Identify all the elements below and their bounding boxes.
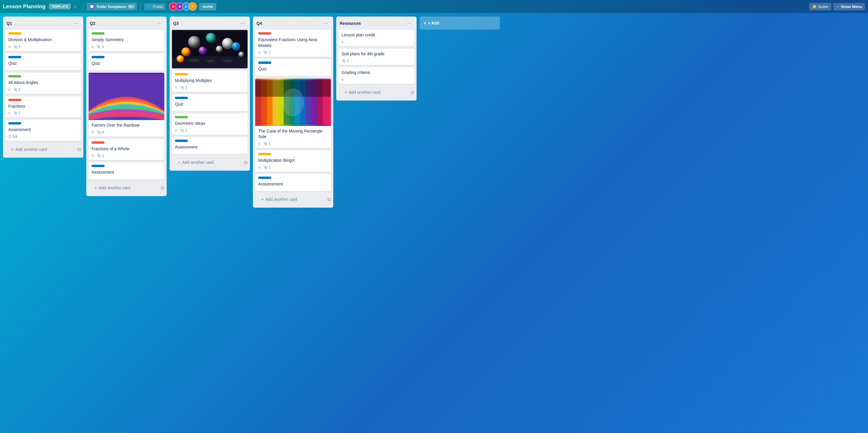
- add-column-label: + Add: [428, 21, 439, 25]
- card-assessment-q3[interactable]: Assessment: [172, 137, 248, 154]
- card-title: Equivalent Fractions Using Area Models: [258, 37, 328, 49]
- members-avatars[interactable]: A B C D: [169, 2, 197, 11]
- card-quiz-q2[interactable]: Quiz: [89, 54, 164, 71]
- card-equiv-fractions[interactable]: Equivalent Fractions Using Area Models ≡…: [255, 30, 331, 57]
- attachment-item: 📎1: [13, 111, 21, 115]
- plus-icon: +: [95, 185, 97, 190]
- column-menu-button-q2[interactable]: ···: [156, 20, 163, 27]
- card-all-angles[interactable]: All About Angles ≡ 📎1: [5, 73, 81, 94]
- add-card-button-q3[interactable]: + Add another card: [174, 157, 242, 167]
- card-title: Asssessment: [258, 181, 328, 187]
- card-fractions-whole[interactable]: Fractions of a Whole ≡ 📎1: [89, 139, 164, 160]
- attachment-count: 1: [185, 85, 187, 90]
- card-title: Division & Multiplication: [8, 37, 78, 43]
- attachment-icon: 📎: [13, 45, 18, 49]
- add-card-button-resources[interactable]: + Add another card: [341, 88, 408, 97]
- card-title: Sub plans for 4th grade: [342, 51, 411, 57]
- card-assessment-q2[interactable]: Assessment: [89, 163, 164, 179]
- card-title: Fractions of a Whole: [92, 146, 161, 152]
- archive-icon-q1[interactable]: ⊡: [78, 147, 81, 152]
- board: Q1 ··· Division & Multiplication ≡ 📎1 Qu…: [0, 13, 868, 433]
- svg-point-10: [239, 52, 245, 58]
- card-sub-plans[interactable]: Sub plans for 4th grade 📎1: [339, 49, 414, 65]
- attachment-count: 1: [185, 128, 187, 133]
- avatar[interactable]: D: [188, 2, 197, 11]
- template-badge: TEMPLATE: [49, 4, 70, 9]
- cards-q3: Multiplying Multiples ≡ 📎1 Quiz Geometri…: [169, 29, 250, 155]
- archive-icon-q4[interactable]: ⊡: [327, 197, 331, 202]
- workspace-name: Trello Templates: [96, 4, 126, 9]
- add-column-button[interactable]: + + Add: [420, 17, 500, 30]
- column-menu-button-q1[interactable]: ···: [72, 20, 80, 27]
- card-factors-rainbow[interactable]: Factors Over the Rainbow ≡ 📎4: [89, 73, 164, 137]
- workspace-switcher[interactable]: Trello Templates BC: [87, 3, 137, 10]
- svg-point-3: [188, 36, 200, 48]
- card-title: Quiz: [8, 61, 78, 66]
- add-card-row-q2: + Add another card ⊡: [86, 181, 167, 196]
- star-icon[interactable]: ☆: [73, 4, 77, 9]
- card-div-mult[interactable]: Division & Multiplication ≡ 📎1: [5, 30, 81, 51]
- card-title: Quiz: [175, 102, 245, 107]
- card-label: [258, 32, 271, 35]
- card-multiplying-multiples[interactable]: Multiplying Multiples ≡ 📎1: [172, 71, 248, 92]
- attachment-item: 📎1: [13, 88, 21, 92]
- column-menu-button-q4[interactable]: ···: [322, 20, 330, 27]
- desc-icon: ≡: [258, 165, 260, 170]
- card-assessment-q4[interactable]: Asssessment: [255, 174, 331, 191]
- visibility-button[interactable]: 🌐 Public: [144, 3, 165, 10]
- column-header-q4: Q4 ···: [253, 17, 333, 29]
- add-card-button-q4[interactable]: + Add another card: [258, 195, 325, 204]
- card-label: [8, 56, 21, 58]
- archive-icon-resources[interactable]: ⊡: [411, 90, 414, 95]
- card-assessment-q1[interactable]: Assessment ☑0/4: [5, 120, 81, 141]
- desc-icon: ≡: [342, 78, 344, 82]
- card-spheres[interactable]: [172, 30, 248, 68]
- card-lesson-plan-credit[interactable]: Lesson plan credit ≡: [339, 30, 414, 47]
- add-card-label: Add another card: [182, 160, 214, 165]
- show-menu-label: Show Menu: [841, 4, 862, 9]
- desc-icon-item: ≡: [258, 50, 260, 54]
- attachment-count: 1: [19, 45, 21, 49]
- card-title: Grading criteria: [342, 70, 411, 76]
- desc-icon: ≡: [8, 111, 10, 115]
- attachment-icon: 📎: [97, 130, 101, 134]
- cards-q4: Equivalent Fractions Using Area Models ≡…: [253, 29, 333, 192]
- card-title: Multiplication Bingo!: [258, 157, 328, 164]
- add-card-row-resources: + Add another card ⊡: [336, 85, 416, 100]
- archive-icon-q2[interactable]: ⊡: [161, 185, 164, 190]
- card-grading-criteria[interactable]: Grading criteria ≡: [339, 67, 414, 84]
- card-quiz-q3[interactable]: Quiz: [172, 94, 248, 112]
- column-menu-button-q3[interactable]: ···: [239, 20, 246, 27]
- card-simply-symmetry[interactable]: Simply Symmetry ≡ 📎1: [89, 30, 164, 51]
- desc-icon: ≡: [175, 85, 177, 90]
- plus-icon: +: [261, 197, 264, 202]
- card-quiz-q1[interactable]: Quiz: [5, 54, 81, 71]
- add-card-button-q2[interactable]: + Add another card: [91, 183, 158, 193]
- svg-point-9: [231, 42, 240, 50]
- desc-icon: ≡: [92, 45, 94, 49]
- rainbow-image: [89, 73, 164, 120]
- column-header-q3: Q3 ···: [169, 17, 250, 29]
- column-menu-button-resources[interactable]: ···: [406, 20, 413, 27]
- svg-point-5: [222, 38, 233, 49]
- invite-button[interactable]: Invite: [199, 3, 216, 10]
- card-quiz-q4[interactable]: Quiz: [255, 59, 331, 76]
- card-meta: 📎1: [342, 59, 411, 63]
- column-header-q1: Q1 ···: [3, 17, 83, 29]
- card-missing-rectangle[interactable]: The Case of the Missing Rectangle Side ≡…: [255, 79, 331, 148]
- visibility-label: Public: [153, 4, 163, 9]
- card-mult-bingo[interactable]: Multiplication Bingo! ≡ 📎1: [255, 150, 331, 172]
- attachment-icon: 📎: [180, 85, 184, 90]
- butler-button[interactable]: 🔔 Butler: [809, 3, 831, 10]
- archive-icon-q3[interactable]: ⊡: [244, 160, 248, 165]
- show-menu-button[interactable]: ··· Show Menu: [833, 3, 865, 10]
- card-geometric-ideas[interactable]: Geometric Ideas ≡ 📎1: [172, 114, 248, 135]
- card-label: [8, 32, 21, 35]
- desc-icon: ≡: [175, 128, 177, 133]
- card-fractions-q1[interactable]: Fractions ≡ 📎1: [5, 96, 81, 118]
- add-card-button-q1[interactable]: + Add another card: [8, 145, 75, 154]
- attachment-count: 1: [19, 111, 21, 115]
- desc-icon-item: ≡: [92, 45, 94, 49]
- column-title-q4: Q4: [256, 21, 262, 26]
- attachment-count: 1: [269, 50, 271, 54]
